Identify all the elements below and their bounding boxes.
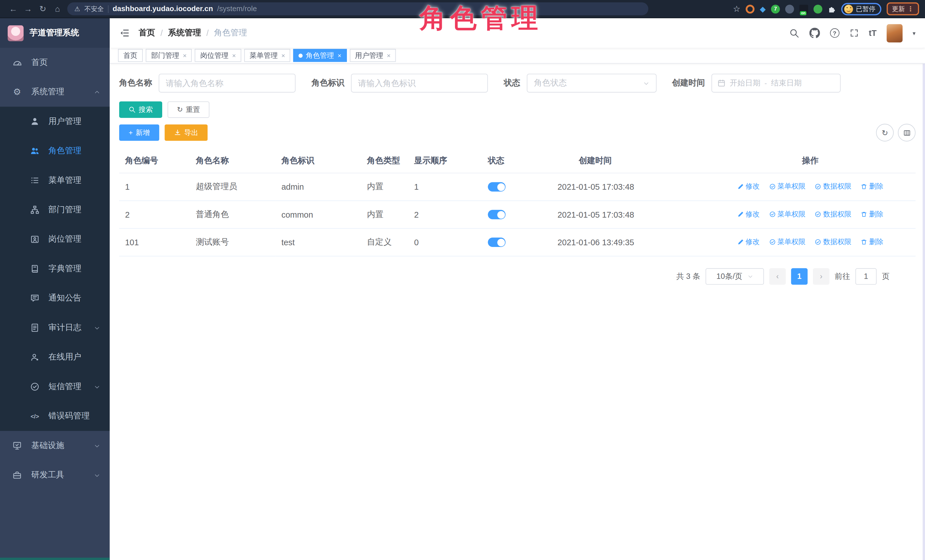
message-bubble-icon xyxy=(29,294,40,303)
close-icon[interactable]: × xyxy=(281,52,285,59)
browser-home-button[interactable]: ⌂ xyxy=(50,0,65,18)
status-toggle[interactable] xyxy=(488,210,505,219)
sidebar-item-notices[interactable]: 通知公告 xyxy=(0,284,110,313)
tab-roles[interactable]: 角色管理× xyxy=(293,49,346,62)
sidebar-item-dictionary[interactable]: 字典管理 xyxy=(0,254,110,284)
cell-role-type: 自定义 xyxy=(361,228,408,256)
edit-link[interactable]: 修改 xyxy=(737,209,760,219)
extension-icon-leaf[interactable] xyxy=(814,5,823,14)
search-button[interactable]: 搜索 xyxy=(119,101,162,118)
extension-on-badge: on xyxy=(800,11,806,15)
data-permission-link[interactable]: 数据权限 xyxy=(815,209,851,219)
user-icon xyxy=(29,117,40,126)
status-toggle[interactable] xyxy=(488,182,505,192)
help-icon[interactable]: ? xyxy=(830,28,839,38)
extension-icon-grid[interactable] xyxy=(785,5,794,14)
refresh-table-button[interactable]: ↻ xyxy=(876,124,893,141)
sidebar-item-online-users[interactable]: 在线用户 xyxy=(0,342,110,372)
address-bar[interactable]: ⚠ 不安全 dashboard.yudao.iocoder.cn/system/… xyxy=(67,2,648,15)
tab-menus[interactable]: 菜单管理× xyxy=(244,49,291,62)
sidebar-item-users[interactable]: 用户管理 xyxy=(0,107,110,136)
browser-forward-button[interactable]: → xyxy=(21,0,35,18)
close-icon[interactable]: × xyxy=(337,52,341,59)
sidebar-item-departments[interactable]: 部门管理 xyxy=(0,195,110,224)
document-log-icon xyxy=(29,323,40,332)
close-icon[interactable]: × xyxy=(387,52,390,59)
reset-button[interactable]: ↻ 重置 xyxy=(167,101,209,118)
tab-users[interactable]: 用户管理× xyxy=(350,49,396,62)
add-button[interactable]: + 新增 xyxy=(119,125,159,141)
browser-update-button[interactable]: 更新 ⋮ xyxy=(886,2,919,15)
page-size-select[interactable]: 10条/页 xyxy=(705,268,764,285)
breadcrumb-home[interactable]: 首页 xyxy=(139,28,155,38)
menu-permission-link[interactable]: 菜单权限 xyxy=(769,182,806,191)
edit-link[interactable]: 修改 xyxy=(737,237,760,247)
roles-table: 角色编号 角色名称 角色标识 角色类型 显示顺序 状态 创建时间 操作 1 xyxy=(119,149,916,256)
role-key-input[interactable] xyxy=(358,78,481,88)
breadcrumb-separator: / xyxy=(160,28,163,38)
sidebar-item-sms[interactable]: 短信管理 xyxy=(0,372,110,401)
tab-label: 部门管理 xyxy=(151,50,179,60)
goto-page-input[interactable] xyxy=(856,268,877,285)
data-permission-link[interactable]: 数据权限 xyxy=(815,237,851,247)
fullscreen-icon[interactable] xyxy=(850,28,859,38)
data-permission-label: 数据权限 xyxy=(823,182,851,191)
close-icon[interactable]: × xyxy=(183,52,187,59)
profile-paused-chip[interactable]: 已暂停 xyxy=(841,3,881,15)
prev-page-button[interactable]: ‹ xyxy=(769,268,786,285)
sidebar-item-error-codes[interactable]: </> 错误码管理 xyxy=(0,401,110,431)
menu-permission-link[interactable]: 菜单权限 xyxy=(769,237,806,247)
collapse-sidebar-icon[interactable] xyxy=(119,28,130,38)
delete-link[interactable]: 删除 xyxy=(861,209,883,219)
sidebar-item-posts[interactable]: 岗位管理 xyxy=(0,224,110,254)
update-label: 更新 xyxy=(892,5,905,14)
date-range-picker[interactable]: 开始日期 - 结束日期 xyxy=(711,74,841,93)
data-permission-link[interactable]: 数据权限 xyxy=(815,182,851,191)
export-button[interactable]: 导出 xyxy=(164,125,208,141)
sidebar-item-menus[interactable]: 菜单管理 xyxy=(0,166,110,195)
menu-permission-link[interactable]: 菜单权限 xyxy=(769,209,806,219)
security-label[interactable]: 不安全 xyxy=(84,5,104,14)
tab-departments[interactable]: 部门管理× xyxy=(146,49,192,62)
tab-posts[interactable]: 岗位管理× xyxy=(195,49,241,62)
edit-link[interactable]: 修改 xyxy=(737,182,760,191)
next-page-button[interactable]: › xyxy=(813,268,830,285)
browser-menu-icon[interactable]: ⋮ xyxy=(907,5,914,13)
github-icon[interactable] xyxy=(809,28,820,38)
current-page-button[interactable]: 1 xyxy=(791,268,807,285)
close-icon[interactable]: × xyxy=(232,52,236,59)
breadcrumb-system[interactable]: 系统管理 xyxy=(168,28,201,38)
extension-icon-gem[interactable]: ◆ xyxy=(760,5,766,14)
status-label: 状态 xyxy=(504,78,520,88)
column-settings-button[interactable] xyxy=(898,124,916,141)
font-size-icon[interactable]: tT xyxy=(869,28,877,38)
tab-label: 首页 xyxy=(124,50,138,60)
extension-icon-orange[interactable] xyxy=(746,5,755,14)
delete-link[interactable]: 删除 xyxy=(861,237,883,247)
calendar-icon xyxy=(717,79,726,87)
browser-back-button[interactable]: ← xyxy=(6,0,21,18)
extension-icon-switch[interactable]: on xyxy=(799,5,808,14)
bookmark-star-icon[interactable]: ☆ xyxy=(733,4,740,14)
extension-icon-green[interactable]: 7 xyxy=(771,5,780,14)
extensions-puzzle-icon[interactable] xyxy=(828,5,836,13)
sidebar-item-roles[interactable]: 角色管理 xyxy=(0,136,110,165)
start-date-placeholder[interactable]: 开始日期 xyxy=(730,78,761,88)
sidebar-item-home[interactable]: 首页 xyxy=(0,48,110,77)
status-select[interactable]: 角色状态 xyxy=(527,74,657,93)
tab-home[interactable]: 首页 xyxy=(118,49,143,62)
role-name-input[interactable] xyxy=(166,78,288,88)
delete-link[interactable]: 删除 xyxy=(861,182,883,191)
status-toggle[interactable] xyxy=(488,237,505,247)
browser-reload-button[interactable]: ↻ xyxy=(35,0,50,18)
sidebar-item-audit-log[interactable]: 审计日志 xyxy=(0,313,110,342)
sidebar-item-infrastructure[interactable]: 基础设施 xyxy=(0,431,110,460)
user-avatar[interactable] xyxy=(886,24,902,42)
page-scrollbar[interactable] xyxy=(923,18,925,560)
search-icon[interactable] xyxy=(789,28,799,38)
user-menu-caret-icon[interactable]: ▾ xyxy=(913,30,915,36)
end-date-placeholder[interactable]: 结束日期 xyxy=(771,78,802,88)
sidebar-item-dev-tools[interactable]: 研发工具 xyxy=(0,460,110,489)
sidebar-item-system[interactable]: ⚙ 系统管理 xyxy=(0,77,110,107)
cell-created: 2021-01-05 17:03:48 xyxy=(551,201,705,228)
